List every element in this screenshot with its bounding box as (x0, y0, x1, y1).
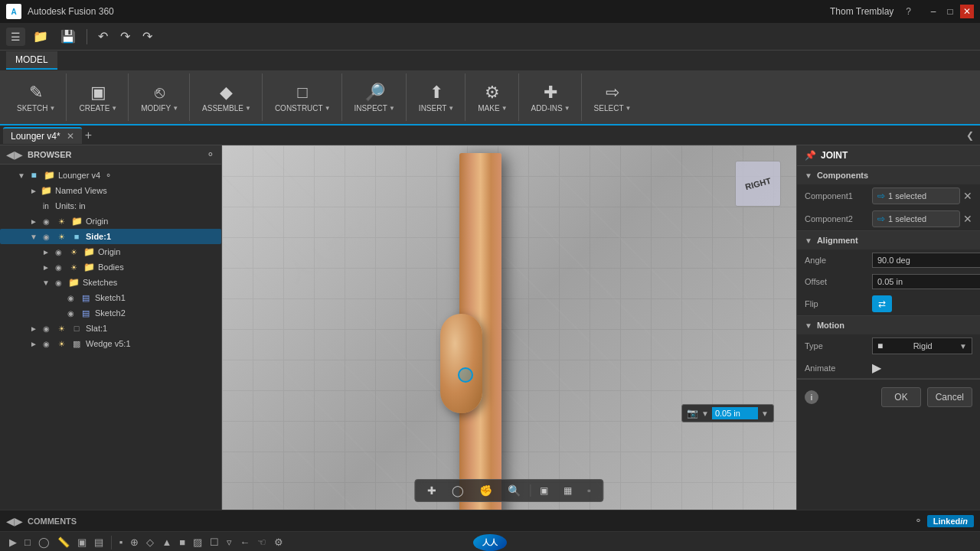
named-views-expand[interactable]: ► (28, 187, 40, 195)
insert-button[interactable]: ⬆ INSERT ▼ (414, 77, 459, 117)
offset-unit-dropdown[interactable]: ▼ (761, 409, 769, 418)
wedge-expand[interactable]: ► (28, 340, 40, 348)
redo2-button[interactable]: ↷ (138, 26, 157, 47)
measure-button[interactable]: 📏 (54, 535, 73, 549)
make-dropdown-arrow[interactable]: ▼ (501, 105, 508, 112)
tree-item-root[interactable]: ▼ ■ 📁 Lounger v4 ⚬ (0, 168, 221, 183)
tree-item-sketches[interactable]: ▼ ◉ 📁 Sketches (0, 275, 221, 290)
tree-item-wedge[interactable]: ► ◉ ☀ ▩ Wedge v5:1 (0, 336, 221, 351)
insert-dropdown-arrow[interactable]: ▼ (448, 105, 454, 112)
tree-item-bodies[interactable]: ► ◉ ☀ 📁 Bodies (0, 259, 221, 275)
statusbar-collapse-button[interactable]: ◀▶ (6, 515, 23, 527)
statusbar-settings-button[interactable]: ⚬ (914, 515, 923, 527)
browser-collapse-button[interactable]: ◀▶ (6, 148, 23, 161)
tree-item-slat1[interactable]: ► ◉ ☀ □ Slat:1 (0, 321, 221, 336)
tool11-button[interactable]: ☜ (254, 535, 270, 549)
tree-item-sketch2[interactable]: ► ◉ ▤ Sketch2 (0, 305, 221, 321)
sketch-dropdown-arrow[interactable]: ▼ (50, 105, 56, 112)
component1-select-button[interactable]: ⇨ 1 selected (872, 187, 960, 204)
tool7-button[interactable]: ▨ (190, 535, 205, 549)
flip-button[interactable]: ⇄ (872, 295, 892, 312)
maximize-button[interactable]: □ (943, 5, 957, 18)
slat1-expand[interactable]: ► (28, 324, 40, 333)
tool9-button[interactable]: ▿ (224, 535, 235, 549)
sketch1-expand[interactable]: ► (52, 294, 64, 302)
cancel-button[interactable]: Cancel (927, 387, 972, 407)
create-button[interactable]: ▣ CREATE ▼ (74, 77, 122, 117)
panel-collapse-button[interactable]: ❮ (966, 130, 974, 141)
angle-input[interactable] (872, 253, 980, 268)
dropdown-arrow-small[interactable]: ▼ (701, 409, 709, 418)
tree-item-origin2[interactable]: ► ◉ ☀ 📁 Origin (0, 244, 221, 259)
origin2-expand[interactable]: ► (40, 248, 52, 256)
sketch-circle-button[interactable]: ◯ (35, 535, 53, 549)
nav-move-button[interactable]: ✚ (421, 482, 443, 499)
make-button[interactable]: ⚙ MAKE ▼ (473, 77, 511, 117)
tool12-button[interactable]: ⚙ (271, 535, 286, 549)
redo-button[interactable]: ↷ (116, 26, 135, 47)
tree-item-sketch1[interactable]: ► ◉ ▤ Sketch1 (0, 290, 221, 305)
document-tab-close[interactable]: ✕ (67, 131, 74, 142)
select-dropdown-arrow[interactable]: ▼ (626, 105, 632, 112)
create-dropdown-arrow[interactable]: ▼ (111, 105, 117, 112)
root-options-icon[interactable]: ⚬ (105, 171, 112, 181)
nav-zoom-button[interactable]: 🔍 (501, 482, 527, 499)
save-button[interactable]: 💾 (56, 26, 80, 47)
tool2-button[interactable]: ▪ (116, 535, 126, 549)
component2-clear-button[interactable]: ✕ (963, 213, 972, 225)
tree-item-units[interactable]: ► in Units: in (0, 198, 221, 214)
modify-button[interactable]: ⎋ MODIFY ▼ (136, 77, 183, 117)
minimize-button[interactable]: – (926, 5, 940, 18)
side1-expand[interactable]: ▼ (28, 233, 40, 241)
animate-play-button[interactable]: ▶ (872, 360, 881, 375)
close-button[interactable]: ✕ (960, 5, 974, 18)
nav-fit-button[interactable]: ▣ (534, 483, 554, 498)
new-file-button[interactable]: 📁 (28, 26, 53, 47)
units-expand[interactable]: ► (28, 202, 40, 210)
tool4-button[interactable]: ◇ (143, 535, 157, 549)
sketch2-expand[interactable]: ► (52, 309, 64, 318)
section-button[interactable]: ▣ (74, 535, 90, 549)
select-tool-button[interactable]: ▶ (6, 535, 20, 549)
sketch-button[interactable]: ✎ SKETCH ▼ (12, 77, 60, 117)
viewcube[interactable]: RIGHT (727, 153, 789, 214)
origin1-expand[interactable]: ► (28, 217, 40, 226)
nav-grid-button[interactable]: ▦ (557, 483, 578, 498)
viewcube-face[interactable]: RIGHT (735, 161, 781, 207)
app-menu-icon[interactable]: ☰ (6, 28, 25, 46)
tool10-button[interactable]: ← (237, 535, 253, 549)
root-expand-icon[interactable]: ▼ (15, 171, 28, 180)
document-tab[interactable]: Lounger v4* ✕ (3, 127, 82, 144)
tool1-button[interactable]: ▤ (91, 535, 106, 549)
new-tab-button[interactable]: + (85, 129, 92, 142)
assemble-dropdown-arrow[interactable]: ▼ (245, 105, 251, 112)
modify-dropdown-arrow[interactable]: ▼ (172, 105, 178, 112)
assemble-button[interactable]: ◆ ASSEMBLE ▼ (198, 77, 256, 117)
tool5-button[interactable]: ▲ (158, 535, 175, 549)
browser-settings-button[interactable]: ⚬ (206, 148, 215, 161)
joint-alignment-header[interactable]: ▼ Alignment (797, 231, 980, 249)
bodies-expand[interactable]: ► (40, 263, 52, 272)
addins-button[interactable]: ✚ ADD-INS ▼ (527, 77, 575, 117)
nav-display-button[interactable]: ▫ (581, 483, 596, 498)
sketch-rect-button[interactable]: □ (21, 535, 34, 549)
motion-type-select[interactable]: ■ Rigid ▼ (872, 337, 972, 354)
addins-dropdown-arrow[interactable]: ▼ (564, 105, 570, 112)
linkedin-badge[interactable]: Linkedin (927, 515, 974, 527)
tree-item-side1[interactable]: ▼ ◉ ☀ ■ Side:1 (0, 229, 221, 244)
tool8-button[interactable]: ☐ (207, 535, 222, 549)
construct-dropdown-arrow[interactable]: ▼ (325, 105, 331, 112)
tool6-button[interactable]: ■ (176, 535, 188, 549)
construct-button[interactable]: □ CONSTRUCT ▼ (270, 77, 335, 117)
inspect-dropdown-arrow[interactable]: ▼ (389, 105, 395, 112)
offset-input[interactable] (872, 274, 980, 289)
info-icon[interactable]: i (805, 390, 818, 404)
tree-item-named-views[interactable]: ► 📁 Named Views (0, 183, 221, 198)
inspect-button[interactable]: 🔎 INSPECT ▼ (350, 77, 400, 117)
tree-item-origin1[interactable]: ► ◉ ☀ 📁 Origin (0, 214, 221, 229)
viewport[interactable]: 人人素材 人人素材 人人素材 人人素材 人人素材 📷 ▼ ▼ RIGHT (222, 145, 796, 510)
undo-button[interactable]: ↶ (93, 26, 113, 47)
ok-button[interactable]: OK (881, 387, 920, 407)
select-button[interactable]: ⇨ SELECT ▼ (590, 77, 636, 117)
joint-motion-header[interactable]: ▼ Motion (797, 316, 980, 334)
